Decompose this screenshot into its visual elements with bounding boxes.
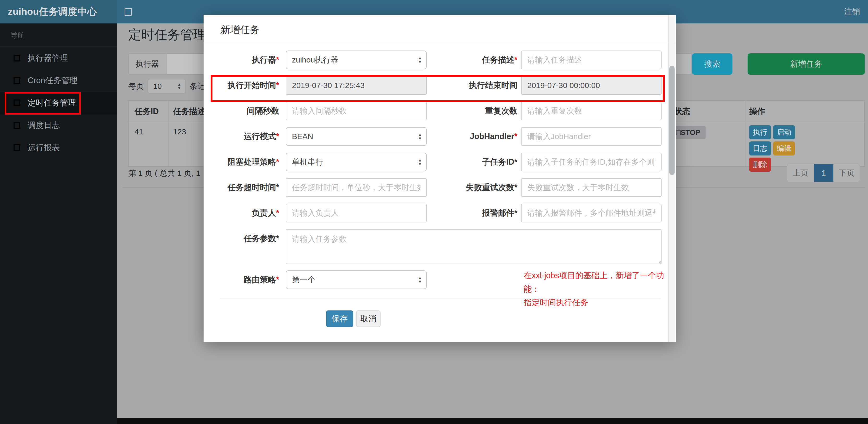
run-mode-select[interactable]: BEAN ▲▼	[286, 127, 427, 146]
jobhandler-label: JobHandler*	[427, 127, 518, 146]
per-page-prefix: 每页	[128, 81, 144, 92]
select-caret-icon: ▲▼	[418, 276, 422, 284]
block-strategy-select[interactable]: 单机串行 ▲▼	[286, 153, 427, 171]
pagination: 上页 1 下页	[787, 164, 860, 182]
next-page-button[interactable]: 下页	[833, 164, 860, 182]
per-page-value: 10	[153, 82, 162, 90]
status-badge: □STOP	[671, 126, 706, 139]
annotation-box-sidebar-item	[5, 92, 81, 115]
executor-filter-label: 执行器	[128, 54, 166, 75]
fail-retry-label: 失败重试次数*	[427, 178, 518, 197]
app-window: zuihou任务调度中心 注销 导航 执行器管理 Cron任务管理 定时任务管理…	[0, 0, 868, 424]
interval-seconds-label: 间隔秒数	[204, 102, 279, 120]
sidebar: 导航 执行器管理 Cron任务管理 定时任务管理 调度日志 运行报表	[0, 24, 117, 424]
sidebar-item-label: 执行器管理	[28, 53, 68, 64]
select-caret-icon: ▲▼	[418, 56, 422, 64]
alarm-email-input[interactable]	[521, 204, 661, 222]
sidebar-item-run-report[interactable]: 运行报表	[0, 136, 117, 159]
delete-button[interactable]: 删除	[749, 158, 771, 172]
modal-buttons: 保存 取消	[326, 311, 380, 327]
route-strategy-label: 路由策略*	[204, 270, 279, 289]
square-icon	[13, 55, 20, 62]
square-icon	[13, 77, 20, 84]
start-button[interactable]: 启动	[773, 125, 795, 139]
task-params-label: 任务参数*	[204, 229, 279, 248]
route-strategy-select[interactable]: 第一个 ▲▼	[286, 270, 427, 289]
feature-note-line1: 在xxl-jobs项目的基础上，新增了一个功能：	[524, 269, 674, 296]
save-button[interactable]: 保存	[326, 311, 353, 327]
cell-task-id: 41	[134, 127, 143, 136]
square-icon	[13, 144, 20, 151]
modal-scrollbar-thumb[interactable]	[670, 66, 675, 175]
sidebar-item-dispatch-log[interactable]: 调度日志	[0, 114, 117, 136]
child-task-id-input[interactable]	[521, 153, 661, 171]
add-task-modal: 新增任务 执行器* zuihou执行器 ▲▼ 任务描述* 执行开始时间* 执行结…	[204, 15, 676, 342]
col-header-task-desc: 任务描述	[173, 106, 206, 117]
executor-label: 执行器*	[204, 51, 279, 69]
sidebar-section-label: 导航	[0, 24, 117, 47]
col-header-actions: 操作	[749, 106, 765, 117]
modal-footer-divider	[220, 298, 661, 299]
modal-title: 新增任务	[220, 23, 260, 36]
jobhandler-input[interactable]	[521, 127, 661, 146]
select-caret-icon: ▲▼	[418, 158, 422, 166]
repeat-count-label: 重复次数	[427, 102, 518, 120]
prev-page-button[interactable]: 上页	[787, 164, 813, 182]
sidebar-item-label: 调度日志	[28, 120, 60, 131]
task-timeout-input[interactable]	[286, 178, 427, 197]
task-params-textarea[interactable]	[286, 229, 661, 264]
table-column-divider	[745, 101, 745, 166]
per-page-control: 每页 10 ▲▼ 条记录	[128, 79, 213, 94]
interval-seconds-input[interactable]	[286, 102, 427, 120]
search-input-fragment[interactable]	[676, 54, 691, 75]
add-task-button[interactable]: 新增任务	[748, 54, 865, 75]
block-strategy-label: 阻塞处理策略*	[204, 153, 279, 171]
feature-note-line2: 指定时间执行任务	[524, 296, 674, 309]
run-mode-label: 运行模式*	[204, 127, 279, 146]
search-button[interactable]: 搜索	[692, 54, 733, 75]
select-caret-icon: ▲▼	[177, 83, 181, 90]
sidebar-item-cron-task-manage[interactable]: Cron任务管理	[0, 69, 117, 92]
brand-title: zuihou任务调度中心	[0, 0, 117, 24]
select-caret-icon: ▲▼	[418, 133, 422, 140]
col-header-task-id: 任务ID	[134, 106, 159, 117]
owner-label: 负责人*	[204, 204, 279, 222]
col-header-status: 状态	[674, 106, 690, 117]
feature-note: 在xxl-jobs项目的基础上，新增了一个功能： 指定时间执行任务	[524, 269, 674, 309]
sidebar-item-executor-manage[interactable]: 执行器管理	[0, 47, 117, 69]
per-page-select[interactable]: 10 ▲▼	[148, 79, 186, 94]
modal-header-divider	[204, 42, 676, 42]
sidebar-toggle-icon[interactable]	[125, 8, 132, 15]
owner-input[interactable]	[286, 204, 427, 222]
task-desc-input[interactable]	[521, 51, 661, 69]
task-desc-label: 任务描述*	[427, 51, 518, 69]
current-page-button[interactable]: 1	[813, 164, 833, 182]
sidebar-item-label: Cron任务管理	[28, 75, 78, 86]
execute-button[interactable]: 执行	[749, 125, 771, 139]
annotation-box-time-row	[211, 75, 665, 102]
edit-button[interactable]: 编辑	[773, 141, 795, 156]
page-title: 定时任务管理	[128, 26, 207, 43]
executor-select[interactable]: zuihou执行器 ▲▼	[286, 51, 427, 69]
pagination-summary: 第 1 页 ( 总共 1 页, 1	[128, 168, 200, 179]
cell-task-desc: 123	[173, 127, 186, 136]
log-button[interactable]: 日志	[749, 141, 771, 156]
child-task-id-label: 子任务ID*	[427, 153, 518, 171]
cancel-button[interactable]: 取消	[356, 311, 380, 327]
sidebar-item-label: 运行报表	[28, 142, 60, 153]
fail-retry-input[interactable]	[521, 178, 661, 197]
modal-scrollbar-track[interactable]	[668, 15, 675, 342]
logout-link[interactable]: 注销	[839, 0, 865, 24]
alarm-email-label: 报警邮件*	[427, 204, 518, 222]
task-timeout-label: 任务超时时间*	[204, 178, 279, 197]
table-column-divider	[168, 101, 169, 166]
repeat-count-input[interactable]	[521, 102, 661, 120]
square-icon	[13, 122, 20, 129]
